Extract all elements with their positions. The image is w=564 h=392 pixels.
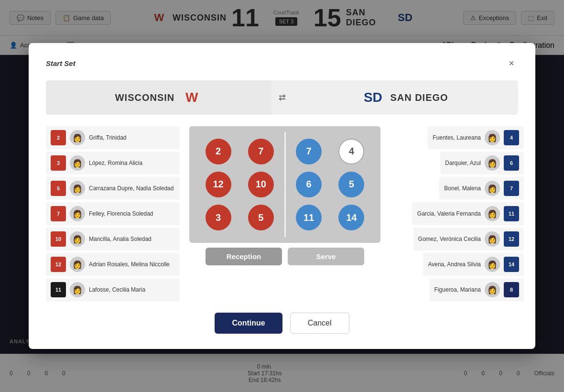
player-row-right[interactable]: 12 👩 Gomez, Verónica Cecilia bbox=[413, 228, 524, 250]
cancel-button[interactable]: Cancel bbox=[290, 313, 349, 334]
avatar-griffa: 👩 bbox=[70, 130, 85, 145]
court-diagram: 2 7 12 10 3 5 bbox=[189, 126, 380, 243]
court-row-r3: 11 14 bbox=[288, 205, 373, 230]
jersey-r6: 6 bbox=[504, 155, 519, 171]
reception-button[interactable]: Reception bbox=[206, 248, 282, 265]
avatar-adrian: 👩 bbox=[70, 257, 85, 272]
player-name-figueroa: Figueroa, Mariana bbox=[434, 286, 481, 293]
modal-team-left[interactable]: WISCONSIN W bbox=[46, 80, 271, 115]
modal-header: Start Set × bbox=[46, 56, 518, 70]
player-name-adrian: Adrian Rosales, Melina Niccolle bbox=[89, 261, 175, 268]
modal-close-button[interactable]: × bbox=[505, 56, 518, 70]
swap-button[interactable]: ⇄ bbox=[271, 87, 293, 108]
court-player-r5[interactable]: 5 bbox=[338, 172, 364, 197]
player-list-left: 2 👩 Griffa, Trinidad 3 👩 López, Romina A… bbox=[46, 126, 180, 301]
avatar-carrazana: 👩 bbox=[70, 181, 85, 196]
modal-sandiego-logo: SD bbox=[362, 87, 383, 108]
court-player-r11[interactable]: 11 bbox=[296, 205, 322, 230]
jersey-r12: 12 bbox=[504, 231, 519, 247]
court-player-r14[interactable]: 14 bbox=[338, 205, 364, 230]
player-name-darquier: Darquier, Azul bbox=[445, 160, 481, 166]
jersey-3: 3 bbox=[51, 155, 66, 171]
court-side-right: 7 4 6 5 11 14 bbox=[286, 132, 375, 237]
modal-team-right-name: SAN DIEGO bbox=[390, 92, 448, 103]
player-name-felley: Felley, Florencia Soledad bbox=[89, 210, 175, 217]
continue-button[interactable]: Continue bbox=[215, 313, 282, 334]
jersey-2: 2 bbox=[51, 130, 66, 145]
court-player-12[interactable]: 12 bbox=[206, 172, 231, 197]
start-set-modal: Start Set × WISCONSIN W ⇄ SD SAN DIEGO 2… bbox=[29, 43, 535, 349]
player-row[interactable]: 3 👩 López, Romina Alicia bbox=[46, 152, 180, 174]
modal-wisconsin-logo: W bbox=[181, 87, 202, 108]
player-row-right[interactable]: 11 👩 Garcia, Valeria Fernanda bbox=[412, 202, 524, 225]
jersey-r14: 14 bbox=[504, 257, 519, 272]
jersey-12: 12 bbox=[51, 257, 66, 272]
jersey-r7: 7 bbox=[504, 181, 519, 196]
player-row-right[interactable]: 6 👩 Darquier, Azul bbox=[440, 152, 524, 174]
player-list-right: 4 👩 Fuentes, Laureana 6 👩 Darquier, Azul… bbox=[390, 126, 524, 301]
jersey-7: 7 bbox=[51, 206, 66, 221]
avatar-mancilla: 👩 bbox=[70, 231, 85, 247]
court-player-r7[interactable]: 7 bbox=[296, 139, 322, 164]
player-name-fuentes: Fuentes, Laureana bbox=[433, 134, 481, 141]
avatar-darquier: 👩 bbox=[485, 155, 500, 171]
player-name-bonel: Bonel, Malena bbox=[444, 185, 481, 192]
modal-overlay: Start Set × WISCONSIN W ⇄ SD SAN DIEGO 2… bbox=[0, 0, 564, 392]
player-row-right[interactable]: 14 👩 Avena, Andrea Silvia bbox=[423, 253, 524, 276]
player-name-avena: Avena, Andrea Silvia bbox=[428, 261, 481, 268]
avatar-gomez: 👩 bbox=[485, 231, 500, 247]
modal-footer: Continue Cancel bbox=[46, 313, 518, 334]
court-action-buttons: Reception Serve bbox=[206, 248, 364, 265]
modal-title: Start Set bbox=[46, 59, 76, 67]
jersey-r11: 11 bbox=[504, 206, 519, 221]
player-row[interactable]: 2 👩 Griffa, Trinidad bbox=[46, 126, 180, 149]
court-player-10[interactable]: 10 bbox=[248, 172, 274, 197]
avatar-lopez: 👩 bbox=[70, 155, 85, 171]
player-row-right[interactable]: 8 👩 Figueroa, Mariana bbox=[430, 278, 524, 301]
court-player-7[interactable]: 7 bbox=[248, 139, 274, 164]
court-row-1: 2 7 bbox=[197, 139, 282, 164]
court-row-2: 12 10 bbox=[197, 172, 282, 197]
court-player-r6[interactable]: 6 bbox=[296, 172, 322, 197]
avatar-felley: 👩 bbox=[70, 206, 85, 221]
avatar-figueroa: 👩 bbox=[485, 282, 500, 297]
player-name-griffa: Griffa, Trinidad bbox=[89, 134, 175, 141]
player-row[interactable]: 7 👩 Felley, Florencia Soledad bbox=[46, 202, 180, 225]
player-name-lafosse: Lafosse, Cecilia Maria bbox=[89, 286, 175, 293]
avatar-bonel: 👩 bbox=[485, 181, 500, 196]
court-player-5[interactable]: 5 bbox=[248, 205, 274, 230]
modal-body: 2 👩 Griffa, Trinidad 3 👩 López, Romina A… bbox=[46, 126, 518, 301]
player-name-gomez: Gomez, Verónica Cecilia bbox=[418, 236, 481, 242]
jersey-10: 10 bbox=[51, 231, 66, 247]
court-side-left: 2 7 12 10 3 5 bbox=[195, 132, 284, 237]
jersey-r8: 8 bbox=[504, 282, 519, 297]
avatar-lafosse: 👩 bbox=[70, 282, 85, 297]
modal-team-left-name: WISCONSIN bbox=[115, 92, 175, 103]
player-row-right[interactable]: 4 👩 Fuentes, Laureana bbox=[428, 126, 524, 149]
modal-teams-header: WISCONSIN W ⇄ SD SAN DIEGO bbox=[46, 80, 518, 115]
player-row[interactable]: 12 👩 Adrian Rosales, Melina Niccolle bbox=[46, 253, 180, 276]
court-grid: 2 7 12 10 3 5 bbox=[195, 132, 375, 237]
player-name-mancilla: Mancilla, Analia Soledad bbox=[89, 236, 175, 242]
player-row[interactable]: 5 👩 Carrazana Dupre, Nadia Soledad bbox=[46, 177, 180, 200]
avatar-avena: 👩 bbox=[485, 257, 500, 272]
modal-team-right[interactable]: SD SAN DIEGO bbox=[293, 80, 518, 115]
jersey-11-black: 11 bbox=[51, 282, 66, 297]
court-player-2[interactable]: 2 bbox=[206, 139, 231, 164]
player-row[interactable]: 10 👩 Mancilla, Analia Soledad bbox=[46, 228, 180, 250]
court-container: 2 7 12 10 3 5 bbox=[189, 126, 380, 265]
player-name-lopez: López, Romina Alicia bbox=[89, 160, 175, 166]
court-player-3[interactable]: 3 bbox=[206, 205, 231, 230]
player-name-carrazana: Carrazana Dupre, Nadia Soledad bbox=[89, 185, 175, 192]
player-row-right[interactable]: 7 👩 Bonel, Malena bbox=[439, 177, 524, 200]
avatar-fuentes: 👩 bbox=[485, 130, 500, 145]
avatar-garcia: 👩 bbox=[485, 206, 500, 221]
court-row-3: 3 5 bbox=[197, 205, 282, 230]
jersey-5: 5 bbox=[51, 181, 66, 196]
serve-button[interactable]: Serve bbox=[288, 248, 364, 265]
court-row-r1: 7 4 bbox=[288, 139, 373, 164]
player-row[interactable]: 11 👩 Lafosse, Cecilia Maria bbox=[46, 278, 180, 301]
court-player-r4[interactable]: 4 bbox=[338, 139, 364, 164]
jersey-r4: 4 bbox=[504, 130, 519, 145]
court-row-r2: 6 5 bbox=[288, 172, 373, 197]
